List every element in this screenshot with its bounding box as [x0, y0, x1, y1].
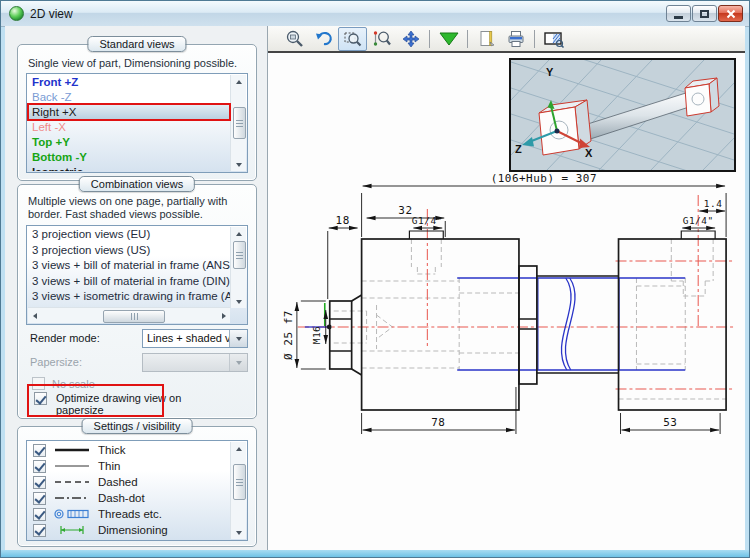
apply-view-button[interactable]	[434, 27, 463, 51]
list-item-back-z[interactable]: Back -Z	[28, 90, 230, 105]
render-mode-dropdown[interactable]: Lines + shaded view	[142, 329, 248, 348]
arrow-up-icon	[236, 80, 242, 84]
zoom-preview-icon	[285, 29, 305, 49]
setting-row-threads[interactable]: Threads etc.	[28, 506, 230, 522]
chevron-down-icon	[236, 337, 242, 341]
scrollbar-thumb[interactable]	[103, 310, 165, 323]
page-setup-button[interactable]	[472, 27, 501, 51]
setting-row-dashdot[interactable]: Dash-dot	[28, 490, 230, 506]
thick-checkbox[interactable]	[33, 444, 46, 457]
list-item-combination[interactable]: 3 views + isometric drawing in frame (AN…	[28, 289, 230, 305]
threads-icon	[53, 508, 91, 520]
dropdown-button	[229, 354, 247, 371]
setting-row-dashed[interactable]: Dashed	[28, 474, 230, 490]
thin-checkbox[interactable]	[33, 460, 46, 473]
scroll-down-button[interactable]	[231, 158, 246, 171]
optimize-papersize-checkbox[interactable]	[34, 392, 47, 405]
zoom-window-button[interactable]	[338, 27, 367, 51]
arrow-right-icon	[222, 313, 226, 319]
scroll-up-button[interactable]	[231, 442, 246, 455]
list-item-right-x-selected[interactable]: Right +X	[28, 105, 230, 120]
3d-preview: Y Z X	[509, 58, 736, 172]
setting-row-thick[interactable]: Thick	[28, 442, 230, 458]
zoom-preview-button[interactable]	[280, 27, 309, 51]
dropdown-button[interactable]	[229, 330, 247, 347]
shaded-view-button[interactable]	[539, 27, 568, 51]
print-button[interactable]	[501, 27, 530, 51]
viewer-pane: (106+Hub) = 307 32 18 G1/4" 1.4 G1/4" 78…	[268, 26, 745, 550]
list-item-combination[interactable]: 3 projection views (EU)	[28, 227, 230, 243]
dim-thread-right: G1/4"	[683, 215, 714, 226]
scroll-right-button[interactable]	[217, 309, 230, 322]
thin-line-icon	[53, 461, 91, 471]
group-standard-views-label: Standard views	[87, 36, 186, 52]
standard-views-description: Single view of part, Dimensioning possib…	[28, 57, 237, 70]
axis-label-z: Z	[515, 143, 522, 155]
maximize-button[interactable]	[692, 5, 717, 22]
setting-row-hidden[interactable]: Hidden	[28, 538, 230, 539]
setting-label: Dash-dot	[98, 492, 145, 504]
dim-18: 18	[336, 214, 350, 227]
setting-label: Threads etc.	[98, 508, 162, 520]
part-outline	[330, 231, 726, 410]
window-controls	[666, 5, 743, 22]
setting-label: Dimensioning	[98, 524, 168, 536]
dimensioning-checkbox[interactable]	[33, 524, 46, 537]
scrollbar-thumb[interactable]	[233, 241, 246, 269]
pan-icon	[401, 29, 421, 49]
list-item-combination[interactable]: 3 views + bill of material in frame (ANS…	[28, 258, 230, 274]
combination-views-vscrollbar[interactable]	[230, 227, 246, 308]
list-item-front-z[interactable]: Front +Z	[28, 75, 230, 90]
toolbar-separator	[429, 30, 430, 48]
dashed-line-icon	[53, 477, 91, 487]
setting-row-thin[interactable]: Thin	[28, 458, 230, 474]
dim-32: 32	[398, 204, 412, 217]
pan-button[interactable]	[396, 27, 425, 51]
zoom-extents-button[interactable]	[367, 27, 396, 51]
setting-label: Thin	[98, 460, 120, 472]
dashed-checkbox[interactable]	[33, 476, 46, 489]
minimize-button[interactable]	[666, 5, 691, 22]
list-item-combination[interactable]: 3 projection views (US)	[28, 243, 230, 259]
scroll-down-button[interactable]	[231, 526, 246, 539]
dim-m16: M16	[311, 326, 322, 345]
list-item-left-x[interactable]: Left -X	[28, 120, 230, 135]
window-title: 2D view	[30, 7, 73, 21]
scroll-up-button[interactable]	[231, 75, 246, 88]
scroll-down-button[interactable]	[231, 295, 246, 308]
settings-scrollbar[interactable]	[230, 442, 246, 539]
maximize-icon	[700, 10, 709, 18]
titlebar[interactable]: 2D view	[1, 1, 749, 27]
print-icon	[506, 29, 526, 49]
dim-thread-left: G1/4"	[412, 215, 443, 226]
close-icon	[726, 9, 736, 19]
scrollbar-thumb[interactable]	[233, 464, 246, 500]
setting-row-dimensioning[interactable]: Dimensioning	[28, 522, 230, 538]
standard-views-scrollbar[interactable]	[230, 75, 246, 171]
dialog-window-2d-view: 2D view Standard views Single view of pa…	[0, 0, 750, 558]
apply-view-icon	[438, 30, 460, 48]
dim-53: 53	[663, 416, 677, 429]
chevron-down-icon	[236, 361, 242, 365]
axis-label-y: Y	[546, 66, 554, 78]
list-item-top-y[interactable]: Top +Y	[28, 135, 230, 150]
dimensioning-icon	[53, 524, 91, 536]
undo-button[interactable]	[309, 27, 338, 51]
list-item-bottom-y[interactable]: Bottom -Y	[28, 150, 230, 165]
threads-checkbox[interactable]	[33, 508, 46, 521]
no-scale-checkbox	[32, 377, 45, 390]
dashdot-checkbox[interactable]	[33, 492, 46, 505]
scroll-left-button[interactable]	[28, 309, 41, 322]
combination-views-list: 3 projection views (EU) 3 projection vie…	[26, 225, 248, 325]
scrollbar-thumb[interactable]	[233, 107, 246, 139]
standard-views-list: Front +Z Back -Z Right +X Left -X Top +Y…	[26, 73, 248, 173]
arrow-up-icon	[236, 232, 242, 236]
combination-views-hscrollbar[interactable]	[28, 307, 230, 323]
drawing-viewport[interactable]: (106+Hub) = 307 32 18 G1/4" 1.4 G1/4" 78…	[268, 51, 745, 550]
close-button[interactable]	[718, 5, 743, 22]
viewer-toolbar	[268, 26, 745, 51]
undo-icon	[314, 29, 334, 49]
list-item-isometric[interactable]: Isometric	[28, 165, 230, 171]
scroll-up-button[interactable]	[231, 227, 246, 240]
list-item-combination[interactable]: 3 views + bill of material in frame (DIN…	[28, 274, 230, 290]
